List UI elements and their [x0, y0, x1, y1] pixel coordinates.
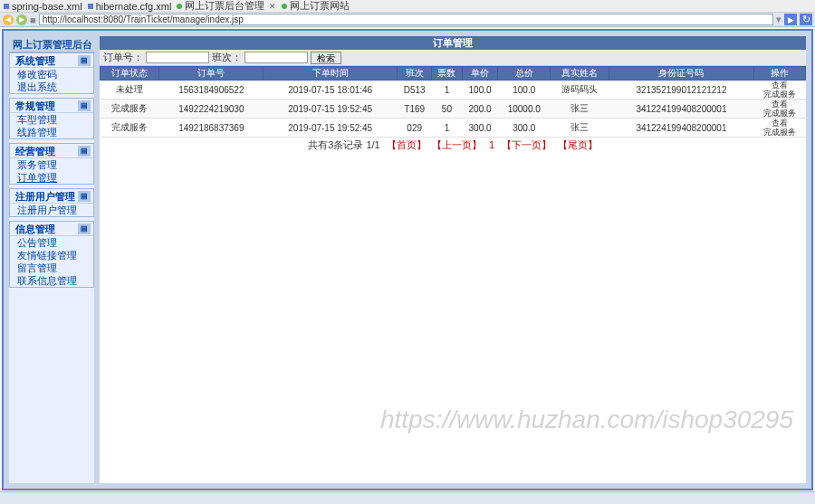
sidebar-title: 网上订票管理后台 — [9, 36, 94, 52]
table-row: 完成服务14922242190302019-07-15 19:52:45T169… — [101, 100, 806, 119]
row-action-link[interactable]: 完成服务 — [753, 109, 805, 118]
forward-button[interactable]: ▶ — [16, 14, 27, 25]
back-button[interactable]: ◀ — [3, 14, 14, 25]
sidebar-section: 经营管理▤票务管理订单管理 — [9, 143, 94, 185]
row-action-link[interactable]: 查看 — [753, 100, 805, 109]
sidebar-section-head[interactable]: 常规管理▤ — [10, 99, 93, 113]
editor-tab-bar: spring-base.xml hibernate.cfg.xml 网上订票后台… — [0, 0, 815, 13]
search-label-train: 班次： — [212, 51, 242, 64]
table-header-cell: 订单状态 — [101, 67, 159, 81]
pager-prev[interactable]: 【上一页】 — [432, 139, 482, 150]
sidebar-item[interactable]: 注册用户管理 — [10, 204, 93, 216]
pager-last[interactable]: 【尾页】 — [558, 139, 598, 150]
table-cell: 1563184906522 — [159, 81, 264, 100]
table-cell: 完成服务 — [101, 119, 159, 138]
table-header-cell: 身份证号码 — [609, 67, 753, 81]
table-cell: 341224199408200001 — [609, 100, 753, 119]
close-icon[interactable]: ✕ — [269, 2, 276, 11]
table-header-cell: 真实姓名 — [551, 67, 609, 81]
sidebar-item[interactable]: 公告管理 — [10, 236, 93, 249]
sidebar-item[interactable]: 联系信息管理 — [10, 274, 93, 287]
sidebar-item[interactable]: 退出系统 — [10, 81, 93, 93]
table-cell: 2019-07-15 18:01:46 — [264, 81, 398, 100]
section-icon: ▤ — [78, 146, 91, 157]
search-bar: 订单号： 班次： 检索 — [100, 50, 806, 66]
section-icon: ▤ — [78, 223, 91, 234]
sidebar: 网上订票管理后台 系统管理▤修改密码退出系统常规管理▤车型管理线路管理经营管理▤… — [9, 36, 94, 483]
sidebar-item[interactable]: 订单管理 — [10, 171, 93, 184]
table-header-cell: 总价 — [498, 67, 551, 81]
row-action-link[interactable]: 查看 — [753, 81, 805, 90]
pager-first[interactable]: 【首页】 — [387, 139, 427, 150]
table-cell: T169 — [398, 100, 432, 119]
url-input[interactable] — [39, 14, 773, 25]
editor-tab[interactable]: hibernate.cfg.xml — [88, 1, 172, 12]
web-icon — [177, 4, 182, 9]
sidebar-item[interactable]: 线路管理 — [10, 126, 93, 138]
dropdown-icon[interactable]: ▾ — [776, 14, 781, 25]
table-cell: 2019-07-15 19:52:45 — [264, 119, 398, 138]
sidebar-item[interactable]: 留言管理 — [10, 262, 93, 274]
sidebar-section-head[interactable]: 经营管理▤ — [10, 144, 93, 158]
file-icon — [4, 4, 9, 9]
sidebar-item[interactable]: 修改密码 — [10, 68, 93, 81]
address-bar: ◀ ▶ ■ ▾ ▶ ↻ — [0, 13, 815, 27]
refresh-button[interactable]: ↻ — [800, 14, 812, 25]
content-frame: 网上订票管理后台 系统管理▤修改密码退出系统常规管理▤车型管理线路管理经营管理▤… — [2, 29, 813, 490]
sidebar-section: 注册用户管理▤注册用户管理 — [9, 188, 94, 217]
table-cell: 1 — [432, 81, 462, 100]
table-cell: 300.0 — [462, 119, 498, 138]
table-ops-cell: 查看完成服务 — [753, 119, 805, 138]
table-cell: 1 — [432, 119, 462, 138]
search-input-train[interactable] — [244, 52, 308, 63]
sidebar-section: 常规管理▤车型管理线路管理 — [9, 98, 94, 139]
table-cell: 100.0 — [462, 81, 498, 100]
sidebar-section: 系统管理▤修改密码退出系统 — [9, 52, 94, 94]
editor-tab[interactable]: 网上订票后台管理✕ — [177, 0, 276, 13]
row-action-link[interactable]: 查看 — [753, 119, 805, 128]
table-row: 完成服务14921868373692019-07-15 19:52:450291… — [101, 119, 806, 138]
editor-tab[interactable]: 网上订票网站 — [282, 0, 350, 13]
go-button[interactable]: ▶ — [784, 14, 797, 25]
table-cell: 未处理 — [101, 81, 159, 100]
table-cell: 2019-07-15 19:52:45 — [264, 100, 398, 119]
table-cell: 200.0 — [462, 100, 498, 119]
sidebar-section: 信息管理▤公告管理友情链接管理留言管理联系信息管理 — [9, 221, 94, 288]
page-title: 订单管理 — [100, 36, 806, 50]
sidebar-section-head[interactable]: 信息管理▤ — [10, 222, 93, 236]
table-header-cell: 班次 — [398, 67, 432, 81]
table-ops-cell: 查看完成服务 — [753, 81, 805, 100]
section-icon: ▤ — [78, 100, 91, 111]
pager: 共有3条记录 1/1 【首页】 【上一页】 1 【下一页】 【尾页】 — [100, 138, 806, 152]
stop-icon[interactable]: ■ — [30, 14, 36, 25]
status-bar — [0, 491, 815, 504]
file-icon — [88, 4, 93, 9]
table-ops-cell: 查看完成服务 — [753, 100, 805, 119]
section-icon: ▤ — [78, 55, 91, 66]
sidebar-item[interactable]: 车型管理 — [10, 113, 93, 126]
table-header-cell: 单价 — [462, 67, 498, 81]
table-cell: 1492224219030 — [159, 100, 264, 119]
web-icon — [282, 4, 287, 9]
table-cell: 10000.0 — [498, 100, 551, 119]
table-header-cell: 票数 — [432, 67, 462, 81]
pager-next[interactable]: 【下一页】 — [502, 139, 551, 150]
row-action-link[interactable]: 完成服务 — [753, 90, 805, 99]
table-header-cell: 操作 — [753, 67, 805, 81]
table-cell: 100.0 — [498, 81, 551, 100]
sidebar-item[interactable]: 友情链接管理 — [10, 249, 93, 262]
search-input-orderno[interactable] — [146, 52, 209, 63]
table-cell: 029 — [398, 119, 432, 138]
sidebar-section-head[interactable]: 系统管理▤ — [10, 53, 93, 68]
sidebar-item[interactable]: 票务管理 — [10, 158, 93, 171]
table-cell: 张三 — [551, 119, 609, 138]
search-button[interactable]: 检索 — [311, 52, 341, 64]
main-area: 订单管理 订单号： 班次： 检索 订单状态订单号下单时间班次票数单价总价真实姓名… — [100, 36, 806, 483]
sidebar-section-head[interactable]: 注册用户管理▤ — [10, 189, 93, 204]
editor-tab[interactable]: spring-base.xml — [4, 1, 82, 12]
row-action-link[interactable]: 完成服务 — [753, 128, 805, 137]
orders-table: 订单状态订单号下单时间班次票数单价总价真实姓名身份证号码操作 未处理156318… — [100, 66, 806, 138]
table-cell: 300.0 — [498, 119, 551, 138]
table-cell: 50 — [432, 100, 462, 119]
table-cell: 321352199012121212 — [609, 81, 753, 100]
